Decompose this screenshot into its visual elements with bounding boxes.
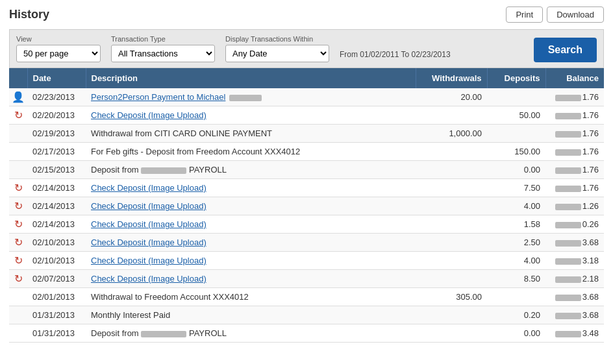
display-select[interactable]: Any Date Last 30 Days Last 60 Days Last … (225, 45, 329, 62)
row-withdrawals (416, 270, 487, 288)
th-date: Date (27, 68, 86, 88)
row-description[interactable]: Check Deposit (Image Upload) (86, 234, 416, 252)
table-header: Date Description Withdrawals Deposits Ba… (9, 68, 604, 88)
row-deposits: 1.58 (487, 215, 545, 234)
row-description[interactable]: Check Deposit (Image Upload) (86, 215, 416, 234)
table-row: 02/01/2013Withdrawal to Freedom Account … (9, 288, 604, 306)
th-withdrawals: Withdrawals (416, 68, 487, 88)
description-link[interactable]: Check Deposit (Image Upload) (91, 237, 206, 247)
description-link[interactable]: Check Deposit (Image Upload) (91, 274, 206, 284)
table-row: 02/15/2013Deposit from PAYROLL0.001.76 (9, 161, 604, 179)
row-date: 02/17/2013 (27, 143, 86, 161)
row-icon-cell (9, 288, 27, 306)
row-description[interactable]: Check Deposit (Image Upload) (86, 252, 416, 270)
row-icon-cell: ↻ (9, 179, 27, 197)
balance-redacted-bar (555, 131, 581, 138)
page-container: History Print Download View 50 per page … (0, 0, 613, 364)
description-link[interactable]: Check Deposit (Image Upload) (91, 201, 206, 211)
balance-redacted-bar (555, 167, 581, 174)
table-row: ↻02/10/2013Check Deposit (Image Upload)2… (9, 234, 604, 252)
row-withdrawals (416, 106, 487, 125)
table-body: 👤02/23/2013Person2Person Payment to Mich… (9, 88, 604, 343)
row-withdrawals (416, 324, 487, 343)
balance-redacted-bar (555, 258, 581, 265)
row-date: 02/14/2013 (27, 215, 86, 234)
description-link[interactable]: Check Deposit (Image Upload) (91, 219, 206, 229)
table-row: ↻02/14/2013Check Deposit (Image Upload)4… (9, 197, 604, 215)
view-select[interactable]: 50 per page 25 per page 100 per page (16, 45, 101, 62)
row-deposits: 0.00 (487, 161, 545, 179)
row-withdrawals (416, 215, 487, 234)
row-deposits: 8.50 (487, 270, 545, 288)
table-row: 02/17/2013For Feb gifts - Deposit from F… (9, 143, 604, 161)
page-title: History (9, 8, 49, 21)
row-date: 02/01/2013 (27, 288, 86, 306)
table-row: ↻02/10/2013Check Deposit (Image Upload)4… (9, 252, 604, 270)
refresh-icon: ↻ (14, 273, 23, 285)
row-withdrawals (416, 161, 487, 179)
description-link[interactable]: Check Deposit (Image Upload) (91, 183, 206, 193)
row-withdrawals: 305.00 (416, 288, 487, 306)
th-deposits: Deposits (487, 68, 545, 88)
balance-redacted-bar (555, 95, 581, 101)
th-balance: Balance (545, 68, 604, 88)
row-balance: 1.76 (545, 143, 604, 161)
row-withdrawals: 20.00 (416, 88, 487, 106)
description-link[interactable]: Person2Person Payment to Michael (91, 92, 225, 102)
refresh-icon: ↻ (14, 182, 23, 194)
person-icon: 👤 (12, 91, 25, 103)
row-description[interactable]: Person2Person Payment to Michael (86, 88, 416, 106)
row-icon-cell: ↻ (9, 106, 27, 125)
row-deposits: 150.00 (487, 143, 545, 161)
row-description[interactable]: Check Deposit (Image Upload) (86, 179, 416, 197)
row-date: 02/14/2013 (27, 197, 86, 215)
table-row: ↻02/20/2013Check Deposit (Image Upload)5… (9, 106, 604, 125)
redacted-bar (141, 331, 186, 337)
row-date: 01/31/2013 (27, 306, 86, 324)
description-link[interactable]: Check Deposit (Image Upload) (91, 256, 206, 265)
row-date: 02/10/2013 (27, 234, 86, 252)
type-label: Transaction Type (111, 35, 215, 43)
view-filter-group: View 50 per page 25 per page 100 per pag… (16, 35, 101, 62)
row-balance: 1.76 (545, 179, 604, 197)
row-balance: 3.48 (545, 324, 604, 343)
description-link[interactable]: Check Deposit (Image Upload) (91, 110, 206, 120)
display-label: Display Transactions Within (225, 35, 329, 43)
row-withdrawals (416, 143, 487, 161)
balance-redacted-bar (555, 276, 581, 283)
print-button[interactable]: Print (506, 6, 543, 23)
row-withdrawals: 1,000.00 (416, 125, 487, 143)
row-description: Deposit from PAYROLL (86, 324, 416, 343)
row-icon-cell (9, 143, 27, 161)
balance-redacted-bar (555, 295, 581, 301)
row-deposits: 4.00 (487, 197, 545, 215)
row-deposits: 4.00 (487, 252, 545, 270)
row-icon-cell: 👤 (9, 88, 27, 106)
table-row: ↻02/14/2013Check Deposit (Image Upload)1… (9, 215, 604, 234)
table-row: ↻02/14/2013Check Deposit (Image Upload)7… (9, 179, 604, 197)
row-description: For Feb gifts - Deposit from Freedom Acc… (86, 143, 416, 161)
row-description: Deposit from PAYROLL (86, 161, 416, 179)
row-date: 02/19/2013 (27, 125, 86, 143)
search-button[interactable]: Search (534, 38, 597, 62)
row-description[interactable]: Check Deposit (Image Upload) (86, 197, 416, 215)
row-balance: 1.76 (545, 161, 604, 179)
type-filter-group: Transaction Type All Transactions Withdr… (111, 35, 215, 62)
download-button[interactable]: Download (547, 6, 604, 23)
row-balance: 1.76 (545, 88, 604, 106)
balance-redacted-bar (555, 186, 581, 192)
balance-redacted-bar (555, 222, 581, 228)
row-description[interactable]: Check Deposit (Image Upload) (86, 106, 416, 125)
row-deposits (487, 88, 545, 106)
row-withdrawals (416, 197, 487, 215)
row-date: 02/23/2013 (27, 88, 86, 106)
top-bar: History Print Download (9, 6, 604, 23)
type-select[interactable]: All Transactions Withdrawals Deposits (111, 45, 215, 62)
row-balance: 3.18 (545, 252, 604, 270)
row-balance: 1.76 (545, 106, 604, 125)
row-withdrawals (416, 234, 487, 252)
row-description[interactable]: Check Deposit (Image Upload) (86, 270, 416, 288)
table-row: 02/19/2013Withdrawal from CITI CARD ONLI… (9, 125, 604, 143)
row-balance: 1.76 (545, 125, 604, 143)
row-withdrawals (416, 306, 487, 324)
